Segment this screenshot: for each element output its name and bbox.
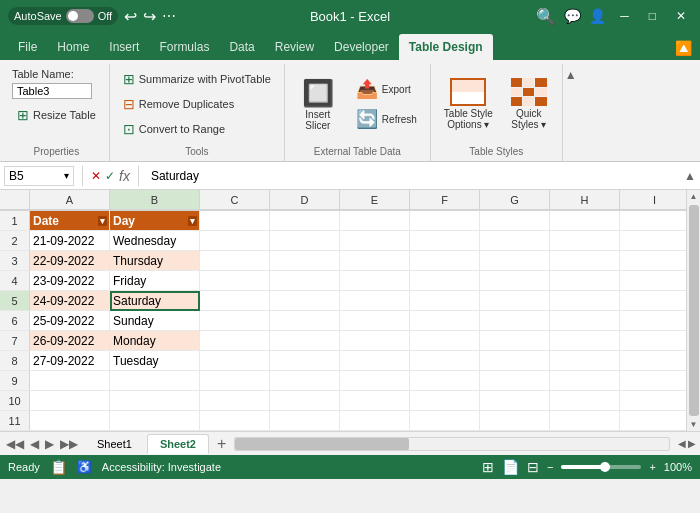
zoom-out-icon[interactable]: − (547, 461, 553, 473)
tab-data[interactable]: Data (219, 34, 264, 60)
cell-g3[interactable] (480, 251, 550, 271)
cell-i5[interactable] (620, 291, 686, 311)
cell-f7[interactable] (410, 331, 480, 351)
cell-a10[interactable] (30, 391, 110, 411)
cell-d5[interactable] (270, 291, 340, 311)
cell-d10[interactable] (270, 391, 340, 411)
cell-ref-dropdown[interactable]: ▾ (64, 170, 69, 181)
sheet-nav-prev[interactable]: ◀ (28, 437, 41, 451)
sheet-nav-next[interactable]: ▶ (43, 437, 56, 451)
cell-f9[interactable] (410, 371, 480, 391)
cell-d9[interactable] (270, 371, 340, 391)
cell-a2[interactable]: 21-09-2022 (30, 231, 110, 251)
cell-e4[interactable] (340, 271, 410, 291)
tab-formulas[interactable]: Formulas (149, 34, 219, 60)
undo-button[interactable]: ↩ (124, 7, 137, 26)
horizontal-scrollbar[interactable] (234, 437, 670, 451)
cell-i6[interactable] (620, 311, 686, 331)
tab-insert[interactable]: Insert (99, 34, 149, 60)
tab-review[interactable]: Review (265, 34, 324, 60)
col-header-b[interactable]: B (110, 190, 200, 210)
cell-f11[interactable] (410, 411, 480, 431)
cell-c8[interactable] (200, 351, 270, 371)
cell-g11[interactable] (480, 411, 550, 431)
cell-e2[interactable] (340, 231, 410, 251)
summarize-pivot-button[interactable]: ⊞ Summarize with PivotTable (118, 68, 276, 90)
cell-i4[interactable] (620, 271, 686, 291)
cell-h5[interactable] (550, 291, 620, 311)
cell-f3[interactable] (410, 251, 480, 271)
accessibility-label[interactable]: Accessibility: Investigate (102, 461, 221, 473)
cell-reference-box[interactable]: B5 ▾ (4, 166, 74, 186)
zoom-slider[interactable] (561, 465, 641, 469)
cell-g7[interactable] (480, 331, 550, 351)
tab-developer[interactable]: Developer (324, 34, 399, 60)
cell-c2[interactable] (200, 231, 270, 251)
table-style-options-button[interactable]: Table StyleOptions ▾ (439, 75, 498, 133)
scroll-thumb[interactable] (689, 205, 699, 416)
cell-e3[interactable] (340, 251, 410, 271)
export-button[interactable]: 📤 Export (351, 75, 422, 103)
sheet-tab-sheet1[interactable]: Sheet1 (84, 434, 145, 454)
tab-file[interactable]: File (8, 34, 47, 60)
tab-home[interactable]: Home (47, 34, 99, 60)
cell-b8[interactable]: Tuesday (110, 351, 200, 371)
cell-f5[interactable] (410, 291, 480, 311)
col-header-c[interactable]: C (200, 190, 270, 210)
ribbon-collapse-arrow[interactable]: ▲ (563, 64, 579, 161)
confirm-formula-icon[interactable]: ✓ (105, 169, 115, 183)
insert-slicer-button[interactable]: 🔲 InsertSlicer (293, 75, 343, 134)
cell-b4[interactable]: Friday (110, 271, 200, 291)
cell-b5[interactable]: Saturday (110, 291, 200, 311)
formula-content[interactable]: Saturday (147, 167, 680, 185)
cell-c4[interactable] (200, 271, 270, 291)
cell-d3[interactable] (270, 251, 340, 271)
scroll-up-button[interactable]: ▲ (690, 190, 698, 203)
cell-e8[interactable] (340, 351, 410, 371)
cell-h8[interactable] (550, 351, 620, 371)
cell-d2[interactable] (270, 231, 340, 251)
col-header-h[interactable]: H (550, 190, 620, 210)
scroll-right-end[interactable]: ▶ (688, 438, 696, 449)
cell-h3[interactable] (550, 251, 620, 271)
cell-h9[interactable] (550, 371, 620, 391)
cell-f6[interactable] (410, 311, 480, 331)
cell-b7[interactable]: Monday (110, 331, 200, 351)
resize-table-button[interactable]: ⊞ Resize Table (12, 104, 101, 126)
cell-b6[interactable]: Sunday (110, 311, 200, 331)
refresh-button[interactable]: 🔄 Refresh (351, 105, 422, 133)
vertical-scrollbar[interactable]: ▲ ▼ (686, 190, 700, 431)
close-button[interactable]: ✕ (670, 7, 692, 25)
cell-g8[interactable] (480, 351, 550, 371)
cell-h11[interactable] (550, 411, 620, 431)
cell-f1[interactable] (410, 211, 480, 231)
cell-f4[interactable] (410, 271, 480, 291)
cell-d11[interactable] (270, 411, 340, 431)
sheet-nav-right[interactable]: ▶▶ (58, 437, 80, 451)
insert-function-icon[interactable]: fx (119, 168, 130, 184)
cell-i1[interactable] (620, 211, 686, 231)
view-normal-icon[interactable]: ⊞ (482, 459, 494, 475)
cell-i9[interactable] (620, 371, 686, 391)
cell-d4[interactable] (270, 271, 340, 291)
cell-e5[interactable] (340, 291, 410, 311)
cell-a8[interactable]: 27-09-2022 (30, 351, 110, 371)
quick-styles-button[interactable]: QuickStyles ▾ (504, 75, 554, 133)
cell-h6[interactable] (550, 311, 620, 331)
col-header-a[interactable]: A (30, 190, 110, 210)
cell-c9[interactable] (200, 371, 270, 391)
cell-f2[interactable] (410, 231, 480, 251)
scroll-down-button[interactable]: ▼ (690, 418, 698, 431)
col-header-g[interactable]: G (480, 190, 550, 210)
col-header-i[interactable]: I (620, 190, 686, 210)
cell-b2[interactable]: Wednesday (110, 231, 200, 251)
cell-f10[interactable] (410, 391, 480, 411)
cancel-formula-icon[interactable]: ✕ (91, 169, 101, 183)
cell-i10[interactable] (620, 391, 686, 411)
cell-a4[interactable]: 23-09-2022 (30, 271, 110, 291)
cell-h2[interactable] (550, 231, 620, 251)
autosave-toggle[interactable] (66, 9, 94, 23)
cell-c7[interactable] (200, 331, 270, 351)
cell-g4[interactable] (480, 271, 550, 291)
cell-e6[interactable] (340, 311, 410, 331)
